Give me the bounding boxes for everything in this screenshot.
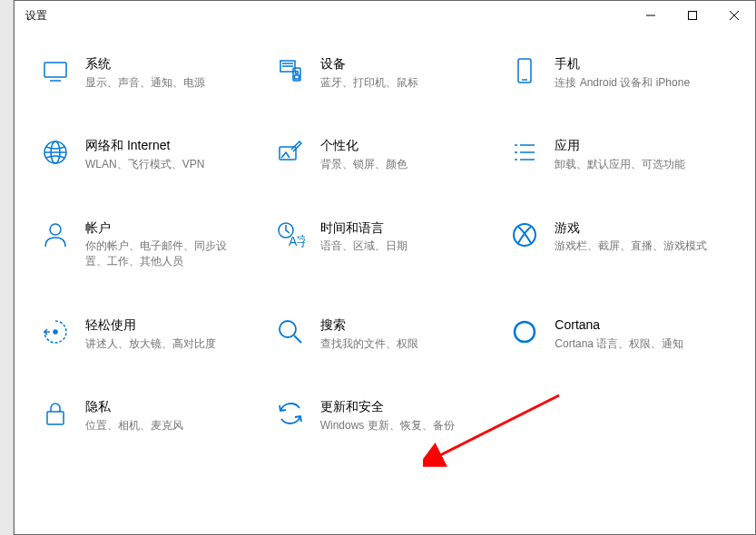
setting-desc: 讲述人、放大镜、高对比度 [85, 336, 216, 352]
devices-icon [275, 55, 306, 86]
svg-rect-1 [689, 12, 697, 20]
setting-desc: 蓝牙、打印机、鼠标 [320, 75, 418, 91]
setting-title: 个性化 [320, 137, 407, 155]
setting-cortana[interactable]: Cortana Cortana 语言、权限、通知 [509, 316, 737, 351]
svg-point-31 [515, 322, 535, 342]
lock-icon [40, 398, 71, 429]
window-title: 设置 [25, 8, 47, 24]
setting-accounts[interactable]: 帐户 你的帐户、电子邮件、同步设置、工作、其他人员 [40, 219, 268, 269]
setting-title: 应用 [555, 137, 685, 155]
setting-title: 帐户 [85, 219, 240, 238]
svg-rect-4 [44, 63, 66, 77]
setting-desc: 游戏栏、截屏、直播、游戏模式 [555, 238, 707, 254]
settings-window: 设置 系统 显示、声音、通知、电源 [14, 0, 756, 535]
minimize-button[interactable] [630, 1, 672, 30]
update-icon [275, 398, 306, 429]
titlebar: 设置 [15, 1, 755, 30]
language-icon: A字 [275, 219, 306, 250]
close-button[interactable] [713, 1, 755, 30]
setting-title: 更新和安全 [320, 398, 455, 416]
setting-devices[interactable]: 设备 蓝牙、打印机、鼠标 [275, 55, 503, 90]
left-edge-artifact [0, 0, 14, 535]
person-icon [40, 219, 71, 250]
system-icon [40, 55, 71, 86]
setting-desc: Cortana 语言、权限、通知 [555, 336, 683, 352]
setting-desc: 你的帐户、电子邮件、同步设置、工作、其他人员 [85, 238, 240, 269]
setting-title: 隐私 [85, 398, 183, 416]
setting-title: 系统 [85, 55, 205, 73]
setting-title: 手机 [555, 55, 690, 73]
cortana-icon [509, 316, 540, 347]
svg-point-10 [295, 72, 298, 74]
setting-desc: 背景、锁屏、颜色 [320, 157, 407, 172]
svg-rect-32 [47, 412, 64, 424]
setting-personalization[interactable]: 个性化 背景、锁屏、颜色 [275, 137, 503, 171]
paint-icon [275, 137, 306, 168]
setting-system[interactable]: 系统 显示、声音、通知、电源 [40, 55, 268, 90]
svg-point-28 [54, 330, 57, 334]
setting-gaming[interactable]: 游戏 游戏栏、截屏、直播、游戏模式 [509, 219, 737, 269]
setting-title: Cortana [555, 316, 683, 335]
setting-title: 搜索 [320, 316, 418, 335]
setting-desc: 查找我的文件、权限 [320, 336, 418, 352]
apps-icon [509, 137, 540, 168]
setting-network[interactable]: 网络和 Internet WLAN、飞行模式、VPN [40, 137, 268, 171]
setting-time-language[interactable]: A字 时间和语言 语音、区域、日期 [275, 219, 503, 269]
settings-grid: 系统 显示、声音、通知、电源 设备 蓝牙、打印机、鼠标 [15, 30, 755, 443]
svg-point-24 [50, 224, 61, 235]
setting-ease-of-access[interactable]: 轻松使用 讲述人、放大镜、高对比度 [40, 316, 268, 351]
setting-desc: 连接 Android 设备和 iPhone [555, 75, 690, 91]
ease-icon [40, 316, 71, 347]
window-controls [630, 1, 755, 30]
setting-desc: 位置、相机、麦克风 [85, 418, 183, 433]
setting-desc: WLAN、飞行模式、VPN [85, 157, 204, 172]
maximize-button[interactable] [672, 1, 713, 30]
setting-title: 时间和语言 [320, 219, 407, 238]
setting-desc: Windows 更新、恢复、备份 [320, 418, 455, 433]
setting-apps[interactable]: 应用 卸载、默认应用、可选功能 [509, 137, 737, 171]
search-icon [275, 316, 306, 347]
setting-update-security[interactable]: 更新和安全 Windows 更新、恢复、备份 [275, 398, 503, 433]
setting-title: 网络和 Internet [85, 137, 204, 155]
globe-icon [40, 137, 71, 168]
setting-desc: 卸载、默认应用、可选功能 [555, 157, 685, 172]
setting-phone[interactable]: 手机 连接 Android 设备和 iPhone [509, 55, 737, 90]
setting-search[interactable]: 搜索 查找我的文件、权限 [275, 316, 503, 351]
phone-icon [509, 55, 540, 86]
setting-title: 游戏 [555, 219, 707, 238]
setting-privacy[interactable]: 隐私 位置、相机、麦克风 [40, 398, 268, 433]
svg-rect-12 [518, 59, 531, 83]
setting-desc: 显示、声音、通知、电源 [85, 75, 205, 91]
svg-rect-11 [294, 75, 299, 79]
svg-text:A字: A字 [289, 234, 305, 248]
xbox-icon [509, 219, 540, 250]
svg-point-29 [280, 321, 296, 337]
setting-title: 轻松使用 [85, 316, 216, 335]
setting-desc: 语音、区域、日期 [320, 238, 407, 254]
svg-line-30 [294, 336, 301, 343]
setting-title: 设备 [320, 55, 418, 73]
